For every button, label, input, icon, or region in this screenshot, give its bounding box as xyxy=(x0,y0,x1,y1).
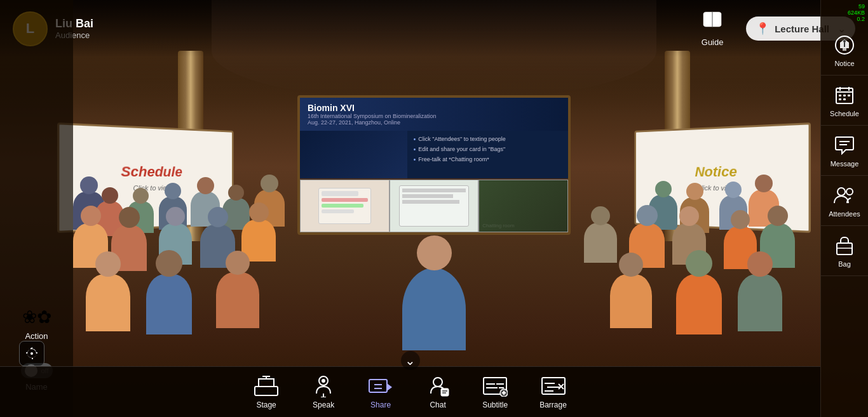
svg-rect-16 xyxy=(837,243,852,255)
sidebar-item-attendees[interactable]: Attendees xyxy=(821,176,868,226)
audience-member xyxy=(676,250,722,334)
subtitle-icon xyxy=(482,374,508,397)
bullet-2: Edit and share your card in "Bags" xyxy=(414,146,562,153)
settings-button[interactable] xyxy=(19,341,44,366)
svg-rect-30 xyxy=(441,388,449,396)
subtitle-label: Subtitle xyxy=(482,400,508,409)
bullet-3: Free-talk at *Chatting room* xyxy=(414,156,562,163)
audience-member xyxy=(738,251,782,331)
svg-point-29 xyxy=(433,378,442,387)
biomin-subtitle: 16th International Symposium on Biominer… xyxy=(308,113,437,119)
barrage-label: Barrage xyxy=(539,400,567,409)
bottom-toolbar: ⌄ Stage Speak xyxy=(0,366,820,417)
toolbar-stage[interactable]: Stage xyxy=(247,371,285,413)
svg-point-15 xyxy=(846,189,853,195)
svg-rect-10 xyxy=(839,98,841,100)
header-bar: L Liu Bai Audience Guide 📍 Lecture Hall … xyxy=(0,0,868,57)
fps-stat: 59 xyxy=(821,3,865,10)
sub-screen-3: Chatting room xyxy=(478,180,568,232)
schedule-label: Schedule xyxy=(830,110,859,117)
sub-screen-1 xyxy=(300,180,390,232)
audience-member xyxy=(610,253,652,328)
schedule-icon xyxy=(832,83,857,107)
action-button[interactable]: ❀✿ Action xyxy=(22,307,51,341)
audience-member xyxy=(216,251,259,328)
svg-rect-25 xyxy=(369,380,387,392)
screen-center: Biomin XVI 16th International Symposium … xyxy=(297,95,571,235)
location-icon: 📍 xyxy=(756,22,770,36)
notice-label: Notice xyxy=(834,60,854,67)
bullet-1: Click "Attendees" to texting people xyxy=(414,136,562,143)
svg-point-1 xyxy=(843,40,846,43)
main-character xyxy=(402,235,466,350)
stage-label: Stage xyxy=(256,400,276,409)
expand-arrow[interactable]: ⌄ xyxy=(401,351,420,370)
svg-point-22 xyxy=(322,379,325,383)
svg-rect-7 xyxy=(839,95,841,96)
virtual-room: Schedule Click to view Notice Click to v… xyxy=(0,0,868,417)
toolbar-chat[interactable]: Chat xyxy=(419,371,457,413)
toolbar-speak[interactable]: Speak xyxy=(304,371,342,413)
svg-rect-11 xyxy=(843,98,846,100)
guide-label: Guide xyxy=(702,37,724,47)
share-label: Share xyxy=(370,400,391,409)
sub-screen-2 xyxy=(390,180,479,232)
toolbar-share[interactable]: Share xyxy=(362,371,400,413)
message-label: Message xyxy=(831,160,859,168)
svg-marker-26 xyxy=(387,383,392,391)
toolbar-subtitle[interactable]: Subtitle xyxy=(476,371,514,413)
upload-stat: 624KB xyxy=(821,10,865,16)
message-icon xyxy=(832,133,857,157)
chat-icon xyxy=(425,374,451,397)
sidebar-item-notice[interactable]: Notice xyxy=(821,25,868,76)
biomin-date: Aug. 22-27, 2021, Hangzhou, Online xyxy=(308,119,437,126)
stage-icon xyxy=(254,374,279,397)
svg-point-14 xyxy=(837,188,845,195)
svg-rect-9 xyxy=(848,95,850,96)
attendees-icon xyxy=(832,183,857,208)
sidebar-item-bag[interactable]: Bag xyxy=(821,226,868,276)
speed-stat: 0.2 xyxy=(821,16,865,22)
bag-icon xyxy=(832,234,857,258)
share-icon xyxy=(368,374,393,397)
notice-icon xyxy=(832,33,857,57)
sidebar-item-message[interactable]: Message xyxy=(821,126,868,176)
action-flowers-icon: ❀✿ xyxy=(22,307,51,328)
svg-rect-8 xyxy=(843,95,846,96)
sidebar-item-schedule[interactable]: Schedule xyxy=(821,76,868,126)
guide-icon xyxy=(701,10,724,35)
action-label: Action xyxy=(25,331,48,341)
biomin-title: Biomin XVI xyxy=(308,103,437,113)
bag-label: Bag xyxy=(838,260,851,268)
speak-icon xyxy=(311,374,336,397)
speak-label: Speak xyxy=(313,400,334,409)
barrage-icon xyxy=(541,374,566,397)
audience-member xyxy=(146,250,192,334)
chat-label: Chat xyxy=(430,400,445,409)
attendees-label: Attendees xyxy=(829,210,860,218)
audience-member xyxy=(86,251,130,331)
toolbar-barrage[interactable]: Barrage xyxy=(533,371,573,413)
arrow-down-icon: ⌄ xyxy=(405,353,416,368)
sidebar-stats: 59 624KB 0.2 xyxy=(821,3,868,22)
guide-button[interactable]: Guide xyxy=(691,5,733,52)
sub-screens: Chatting room xyxy=(300,178,568,232)
right-sidebar: 59 624KB 0.2 Notice xyxy=(820,0,868,417)
screen-header: Biomin XVI 16th International Symposium … xyxy=(300,98,568,131)
svg-rect-18 xyxy=(255,387,278,395)
